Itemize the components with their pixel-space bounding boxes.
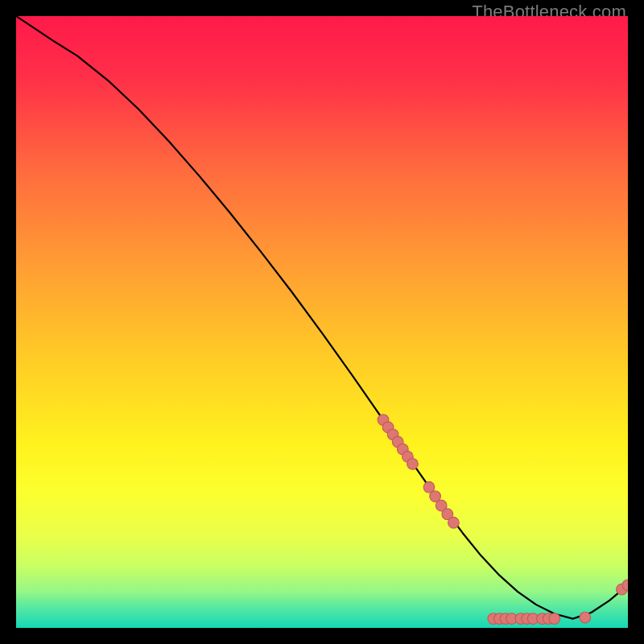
background-gradient <box>16 16 628 628</box>
chart-stage: TheBottleneck.com <box>0 0 644 644</box>
svg-rect-0 <box>16 16 628 628</box>
plot-area <box>16 16 628 628</box>
